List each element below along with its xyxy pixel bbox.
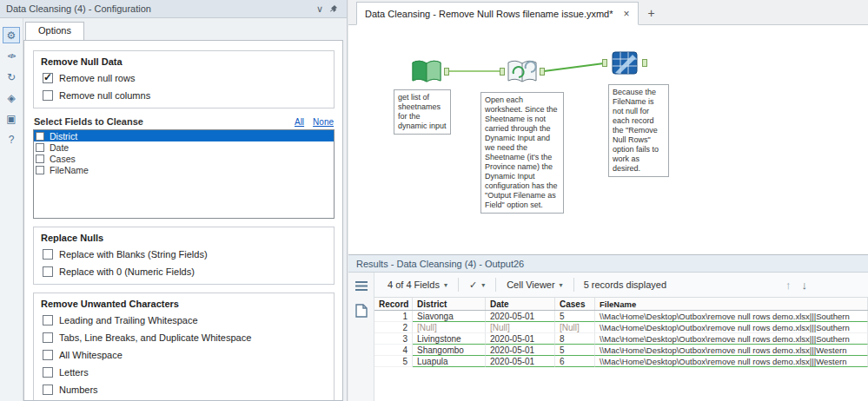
cell-viewer-dropdown[interactable]: Cell Viewer ▾: [502, 277, 567, 293]
results-panel: Results - Data Cleansing (4) - Output26 …: [348, 254, 868, 401]
column-header[interactable]: Date: [486, 298, 555, 310]
table-cell: \\Mac\Home\Desktop\Outbox\remove null ro…: [595, 345, 868, 356]
table-row[interactable]: 1Siavonga2020-05-015\\Mac\Home\Desktop\O…: [374, 311, 868, 322]
input-anchor[interactable]: [602, 59, 607, 67]
tool-annotation[interactable]: get list of sheetnames for the dynamic i…: [394, 89, 451, 135]
checkbox-option[interactable]: Leading and Trailing Whitespace: [41, 312, 327, 329]
checkbox-option[interactable]: Numbers: [41, 381, 327, 398]
pin-icon[interactable]: [327, 2, 341, 16]
config-panel-title: Data Cleansing (4) - Configuration: [6, 3, 313, 14]
output-anchor[interactable]: [642, 59, 647, 67]
table-cell: [Null]: [555, 322, 595, 333]
group-title: Remove Unwanted Characters: [41, 299, 327, 309]
checkbox[interactable]: [36, 166, 44, 174]
remove-unwanted-options: Leading and Trailing WhitespaceTabs, Lin…: [41, 312, 327, 401]
input-anchor[interactable]: [500, 68, 505, 76]
column-header[interactable]: FileName: [595, 298, 868, 310]
checkbox-label: Remove null columns: [59, 90, 150, 101]
field-label: Date: [50, 142, 69, 153]
checkbox[interactable]: [43, 332, 53, 343]
tool-annotation[interactable]: Because the FileName is not null for eac…: [608, 84, 669, 177]
field-list-item[interactable]: Cases: [34, 153, 334, 164]
table-cell: 5: [374, 356, 413, 367]
fields-dropdown[interactable]: 4 of 4 Fields ▾: [383, 277, 452, 293]
column-header[interactable]: Record: [374, 298, 413, 310]
output-anchor[interactable]: [540, 68, 545, 76]
checkbox[interactable]: [43, 367, 53, 378]
checkbox-label: Leading and Trailing Whitespace: [59, 315, 198, 325]
scroll-up-icon[interactable]: ↑: [785, 279, 792, 292]
results-panel-title: Results - Data Cleansing (4) - Output26: [348, 255, 868, 273]
new-tab-button[interactable]: +: [641, 3, 662, 22]
column-header[interactable]: Cases: [555, 298, 595, 310]
checkbox[interactable]: [36, 132, 44, 141]
field-list-item[interactable]: FileName: [34, 164, 334, 175]
checkbox-option[interactable]: Replace with 0 (Numeric Fields): [41, 263, 327, 280]
column-header[interactable]: District: [413, 298, 486, 310]
checkbox[interactable]: [36, 154, 44, 163]
scroll-down-icon[interactable]: ↓: [802, 279, 808, 292]
table-row[interactable]: 3Livingstone2020-05-018\\Mac\Home\Deskto…: [374, 333, 868, 345]
configuration-icon[interactable]: ⚙: [3, 27, 20, 43]
table-cell: [Null]: [413, 322, 486, 333]
check-dropdown[interactable]: ✓ ▾: [465, 277, 489, 293]
select-fields-header: Select Fields to Cleanse All None: [34, 116, 334, 127]
field-list-item[interactable]: Date: [34, 141, 334, 153]
table-view-icon[interactable]: [354, 280, 368, 293]
select-all-link[interactable]: All: [295, 117, 304, 127]
close-icon[interactable]: ×: [624, 8, 630, 20]
checkbox[interactable]: [43, 385, 53, 395]
checkbox-option[interactable]: Replace with Blanks (String Fields): [41, 246, 327, 263]
checkbox-label: Remove null rows: [59, 73, 135, 83]
code-icon[interactable]: </>: [3, 48, 20, 64]
checkbox[interactable]: [43, 73, 53, 83]
dynamic-input-tool[interactable]: [507, 58, 538, 86]
chevron-down-icon: ▾: [481, 281, 485, 289]
workflow-tab-title: Data Cleansing - Remove Null Rows filena…: [365, 9, 613, 19]
table-cell: \\Mac\Home\Desktop\Outbox\remove null ro…: [595, 311, 868, 322]
data-cleansing-icon: [609, 49, 640, 77]
results-icon-strip: [348, 273, 374, 401]
checkbox[interactable]: [36, 143, 44, 152]
workflow-tab[interactable]: Data Cleansing - Remove Null Rows filena…: [356, 2, 639, 25]
package-icon[interactable]: ▣: [3, 110, 20, 127]
refresh-icon[interactable]: ↻: [3, 69, 20, 85]
checkbox-option[interactable]: Remove null columns: [41, 87, 327, 104]
table-cell: \\Mac\Home\Desktop\Outbox\remove null ro…: [595, 356, 868, 367]
table-cell: 2: [374, 322, 413, 333]
select-none-link[interactable]: None: [313, 117, 334, 127]
tool-annotation[interactable]: Open each worksheet. Since the Sheetname…: [480, 92, 564, 214]
workflow-canvas[interactable]: get list of sheetnames for the dynamic i…: [348, 25, 868, 254]
tag-icon[interactable]: ◈: [3, 89, 20, 106]
record-view-icon[interactable]: [355, 304, 368, 319]
checkbox[interactable]: [43, 249, 53, 260]
table-cell: 5: [555, 345, 595, 356]
checkbox-option[interactable]: Letters: [41, 364, 327, 381]
checkbox[interactable]: [43, 315, 53, 325]
table-row[interactable]: 5Luapula2020-05-016\\Mac\Home\Desktop\Ou…: [374, 356, 868, 367]
checkbox-option[interactable]: Remove null rows: [41, 69, 327, 87]
table-row[interactable]: 4Shangombo2020-05-015\\Mac\Home\Desktop\…: [374, 345, 868, 356]
input-data-tool[interactable]: [411, 58, 442, 86]
fields-listbox[interactable]: DistrictDateCasesFileName: [33, 129, 335, 219]
collapse-chevron-icon[interactable]: ∨: [313, 2, 327, 16]
table-cell: \\Mac\Home\Desktop\Outbox\remove null ro…: [595, 322, 868, 333]
field-list-item[interactable]: District: [34, 130, 334, 141]
checkbox-option[interactable]: All Whitespace: [41, 346, 327, 364]
output-anchor[interactable]: [444, 68, 449, 76]
help-icon[interactable]: ?: [3, 131, 20, 148]
checkbox-label: All Whitespace: [59, 350, 123, 360]
checkbox[interactable]: [43, 266, 53, 277]
toolbar-separator: [495, 278, 496, 292]
toolbar-separator: [458, 278, 459, 292]
table-row[interactable]: 2[Null][Null][Null]\\Mac\Home\Desktop\Ou…: [374, 322, 868, 333]
select-fields-title: Select Fields to Cleanse: [34, 116, 286, 127]
data-cleansing-tool[interactable]: [609, 49, 640, 77]
checkbox[interactable]: [43, 90, 53, 101]
remove-unwanted-group: Remove Unwanted Characters Leading and T…: [33, 293, 335, 401]
tab-options[interactable]: Options: [25, 22, 84, 40]
field-label: FileName: [50, 165, 89, 175]
checkbox-option[interactable]: Tabs, Line Breaks, and Duplicate Whitesp…: [41, 329, 327, 346]
checkbox[interactable]: [43, 350, 53, 360]
checkbox-label: Numbers: [59, 385, 98, 395]
